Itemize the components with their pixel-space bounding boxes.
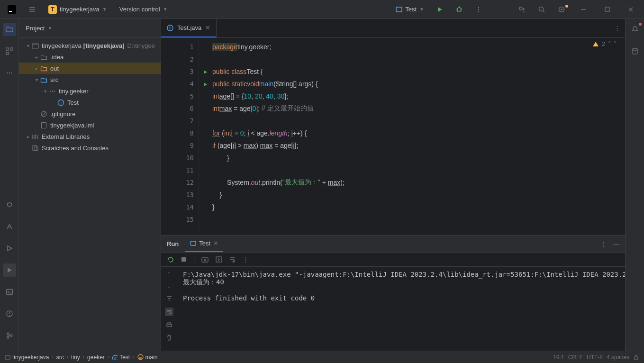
vcs-label: Version control [119,6,160,13]
right-rail [625,19,644,351]
rail-git[interactable] [3,329,16,342]
tree-node[interactable]: ▾tiny.geeker [19,85,161,97]
breadcrumb-item[interactable]: src [56,354,64,361]
editor-content[interactable]: 2 ˄ ˅ package tiny.geeker;public class T… [199,38,625,235]
rail-structure[interactable] [3,45,16,58]
run-tab-label: Test [199,240,210,247]
run-hide-button[interactable]: — [613,240,619,247]
rail-project[interactable] [3,23,16,36]
run-side-toolbar: ↑ ↓ [161,267,177,351]
rail-database[interactable] [628,45,642,58]
run-output[interactable]: F:\Java\jdk-17\bin\java.exe "-javaagent:… [177,267,625,351]
tree-node[interactable]: ▸External Libraries [19,131,161,142]
lock-icon[interactable] [633,354,639,360]
breadcrumb-item[interactable]: geeker [87,354,105,361]
main-body: Project ▼ ▾tinygeekerjava [tinygeekjava]… [0,19,644,351]
tree-node[interactable]: Scratches and Consoles [19,142,161,154]
breadcrumb-item[interactable]: C Test [112,354,130,361]
run-config-icon [396,6,402,13]
window-maximize[interactable] [598,2,617,17]
tree-node[interactable]: ▸.idea [19,51,161,63]
svg-rect-37 [190,241,196,245]
run-tab-close[interactable]: ✕ [213,240,218,247]
title-bar: T tinygeekerjava ▼ Version control ▼ Tes… [0,0,644,19]
breadcrumb-item[interactable]: tiny [71,354,80,361]
tree-node[interactable]: ▾tinygeekerjava [tinygeekjava] D:\tinyge… [19,40,161,51]
code-with-me-button[interactable] [514,4,529,15]
breadcrumb-item[interactable]: tinygeekerjava [5,354,49,361]
chevron-down-icon[interactable]: ˅ [614,41,617,47]
settings-button[interactable] [554,4,569,15]
wrap-button[interactable] [165,308,173,316]
file-encoding[interactable]: UTF-8 [587,354,603,361]
tree-node[interactable]: CTest [19,97,161,108]
svg-text:m: m [139,355,142,360]
chevron-down-icon: ▼ [163,7,168,12]
breadcrumb-item[interactable]: m main [137,354,158,361]
warning-icon [592,41,599,47]
svg-point-17 [10,73,11,73]
screenshot-button[interactable] [201,256,209,263]
project-selector[interactable]: T tinygeekerjava ▼ [45,3,111,16]
svg-point-3 [457,8,461,11]
run-header: Run Test ✕ ⋮ — [161,236,625,253]
tab-close-button[interactable]: ✕ [205,24,210,31]
run-button[interactable] [433,4,447,15]
breadcrumbs[interactable]: tinygeekerjava›src›tiny›geeker›C Test›m … [5,354,158,361]
stop-button[interactable] [181,256,187,263]
caret-position[interactable]: 19:1 [553,354,564,361]
rail-services[interactable] [3,242,16,255]
svg-text:C: C [169,26,172,30]
line-separator[interactable]: CRLF [568,354,583,361]
vcs-menu[interactable]: Version control ▼ [116,4,172,15]
rail-notifications[interactable] [628,23,642,36]
run-config-selector[interactable]: Test ▼ [392,4,428,15]
project-panel-header[interactable]: Project ▼ [19,19,161,38]
chevron-up-icon[interactable]: ˄ [608,41,611,47]
rerun-button[interactable] [167,256,174,263]
rail-build[interactable] [3,220,16,233]
print-button[interactable] [166,322,172,328]
class-icon: C [167,25,173,31]
run-toolbar: | ⋮ [161,253,625,267]
svg-rect-50 [635,357,638,360]
run-toolbar-more[interactable]: ⋮ [243,256,249,263]
warning-count: 2 [602,41,605,47]
scroll-up-button[interactable]: ↑ [167,270,171,277]
tree-node[interactable]: tinygeekjava.iml [19,119,161,131]
tree-node[interactable]: .gitignore [19,108,161,119]
run-tab[interactable]: Test ✕ [185,236,223,252]
inspections-widget[interactable]: 2 ˄ ˅ [592,41,617,47]
tree-node[interactable]: ▸out [19,63,161,74]
ide-logo[interactable] [4,3,20,16]
search-button[interactable] [534,4,549,15]
indent-info[interactable]: 4 spaces [607,354,629,361]
project-tree[interactable]: ▾tinygeekerjava [tinygeekjava] D:\tinyge… [19,38,161,351]
soft-wrap-button[interactable] [229,256,236,263]
scroll-down-button[interactable]: ↓ [167,282,171,290]
tabs-more-button[interactable]: ⋮ [609,19,625,37]
rail-debug[interactable] [3,198,16,211]
rail-terminal[interactable] [3,285,16,299]
svg-rect-1 [9,11,12,12]
run-more-button[interactable]: ⋮ [600,240,607,247]
delete-button[interactable] [166,334,172,341]
filter-button[interactable] [166,295,172,302]
rail-more[interactable] [3,66,16,80]
more-actions-button[interactable] [472,4,486,15]
main-menu-button[interactable] [25,4,40,15]
svg-point-27 [52,91,53,92]
svg-text:C: C [114,356,117,360]
svg-point-23 [10,335,12,336]
debug-button[interactable] [452,4,467,15]
editor-tab[interactable]: C Test.java ✕ [161,19,217,37]
rail-problems[interactable] [3,307,16,320]
tree-node[interactable]: ▾src [19,74,161,85]
export-button[interactable] [215,256,222,263]
code-editor[interactable]: 123456789101112131415 2 ˄ ˅ package tiny… [161,38,625,235]
run-panel-label: Run [167,240,179,247]
window-close[interactable] [621,2,640,17]
rail-run[interactable] [3,263,16,277]
window-minimize[interactable] [574,2,593,17]
chevron-down-icon: ▼ [102,7,107,12]
